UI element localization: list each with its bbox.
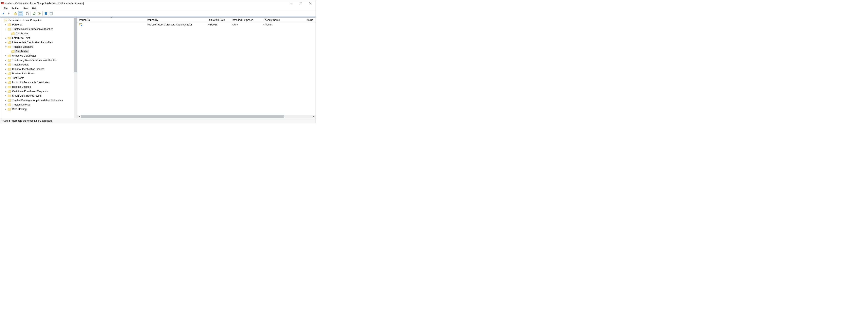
tree-node[interactable]: Web Hosting — [1, 107, 74, 111]
copy-button[interactable] — [25, 11, 30, 16]
tree-node[interactable]: Smart Card Trusted Roots — [1, 94, 74, 98]
tree-node[interactable]: Local NonRemovable Certificates — [1, 80, 74, 85]
tree-node-label: Trusted People — [11, 63, 30, 66]
tree-node[interactable]: Untrusted Certificates — [1, 54, 74, 58]
expand-arrow-icon[interactable] — [4, 28, 7, 30]
scrollbar-thumb[interactable] — [74, 18, 77, 72]
help-button[interactable]: ? — [43, 11, 48, 16]
column-headers: Issued To Issued By Expiration Date Inte… — [78, 18, 315, 23]
expand-arrow-icon[interactable] — [4, 68, 7, 70]
cell-purposes: <All> — [230, 23, 262, 26]
close-button[interactable] — [305, 0, 315, 6]
menu-file[interactable]: File — [1, 7, 9, 10]
tree-node[interactable]: Certificates — [1, 49, 74, 54]
expand-arrow-icon[interactable] — [4, 55, 7, 57]
tree-node[interactable]: Intermediate Certification Authorities — [1, 40, 74, 45]
svg-rect-10 — [27, 13, 29, 15]
export-button[interactable] — [37, 11, 42, 16]
expand-arrow-icon[interactable] — [4, 77, 7, 79]
tree-node[interactable]: Certificates — [1, 31, 74, 36]
forward-button[interactable] — [6, 11, 11, 16]
tree-node[interactable]: Test Roots — [1, 76, 74, 80]
folder-icon — [11, 32, 15, 35]
expand-arrow-icon[interactable] — [4, 81, 7, 84]
menu-action[interactable]: Action — [9, 7, 21, 10]
svg-point-17 — [5, 20, 5, 21]
tree-node-label: Certificates — [15, 32, 29, 35]
tree-vertical-scrollbar[interactable] — [74, 18, 77, 118]
toolbar: ? — [0, 11, 315, 16]
tree-node-label: Trusted Root Certification Authorities — [11, 28, 54, 31]
expand-arrow-icon[interactable] — [4, 108, 7, 110]
scrollbar-thumb[interactable] — [81, 115, 284, 118]
expand-arrow-icon[interactable] — [4, 46, 7, 48]
maximize-button[interactable] — [296, 0, 305, 6]
folder-icon — [7, 28, 11, 31]
list-horizontal-scrollbar[interactable]: ◂ ▸ — [78, 115, 315, 118]
tree-node[interactable]: Trusted Devices — [1, 102, 74, 107]
expand-arrow-icon[interactable] — [4, 64, 7, 66]
refresh-button[interactable] — [32, 11, 36, 16]
certificates-root-icon — [4, 19, 7, 22]
svg-rect-1 — [2, 3, 4, 4]
expand-arrow-icon[interactable] — [4, 86, 7, 88]
tree-node[interactable]: Personal — [1, 23, 74, 27]
options-button[interactable] — [49, 11, 54, 16]
tree-node[interactable]: Enterprise Trust — [1, 36, 74, 40]
column-issued-to[interactable]: Issued To — [78, 18, 145, 22]
scrollbar-track[interactable] — [81, 115, 312, 118]
tree-node-label: Remote Desktop — [11, 85, 32, 89]
folder-icon — [7, 81, 11, 84]
expand-arrow-icon[interactable] — [4, 95, 7, 97]
menu-view[interactable]: View — [21, 7, 30, 10]
show-hide-tree-button[interactable] — [18, 11, 23, 16]
tree-node[interactable]: Trusted Root Certification Authorities — [1, 27, 74, 31]
back-button[interactable] — [1, 11, 6, 16]
tree-node[interactable]: Remote Desktop — [1, 85, 74, 89]
title-bar: certlm - [Certificates - Local Computer\… — [0, 0, 315, 6]
expand-arrow-icon[interactable] — [4, 90, 7, 92]
expand-arrow-icon[interactable] — [4, 72, 7, 74]
main-split: Certificates - Local Computer PersonalTr… — [0, 18, 315, 118]
folder-icon — [7, 72, 11, 75]
cell-issued-to — [78, 23, 145, 26]
tree-node-label: Web Hosting — [11, 107, 27, 111]
column-intended-purposes[interactable]: Intended Purposes — [230, 18, 262, 22]
column-friendly-name[interactable]: Friendly Name — [262, 18, 304, 22]
expand-arrow-icon[interactable] — [4, 24, 7, 26]
expand-arrow-icon[interactable] — [4, 104, 7, 106]
tree-node[interactable]: Trusted Packaged App Installation Author… — [1, 98, 74, 102]
svg-rect-7 — [20, 12, 22, 15]
expand-arrow-icon[interactable] — [4, 37, 7, 39]
tree-node[interactable]: Client Authentication Issuers — [1, 67, 74, 71]
tree-node[interactable]: Trusted Publishers — [1, 45, 74, 49]
tree-node-label: Enterprise Trust — [11, 36, 31, 40]
menu-help[interactable]: Help — [30, 7, 39, 10]
minimize-button[interactable] — [287, 0, 296, 6]
tree-node-label: Test Roots — [11, 76, 25, 79]
status-text: Trusted Publishers store contains 1 cert… — [1, 120, 53, 122]
up-button[interactable] — [13, 11, 18, 16]
column-status[interactable]: Status — [304, 18, 315, 22]
tree-node[interactable]: Preview Build Roots — [1, 71, 74, 76]
tree-node-label: Personal — [11, 23, 23, 26]
folder-icon — [7, 107, 11, 111]
toolbar-separator — [12, 11, 12, 15]
expand-arrow-icon[interactable] — [4, 59, 7, 61]
expand-arrow-icon[interactable] — [4, 41, 7, 43]
folder-icon — [7, 54, 11, 57]
tree-node[interactable]: Third-Party Root Certification Authoriti… — [1, 58, 74, 62]
tree-node[interactable]: Trusted People — [1, 62, 74, 67]
scroll-right-button[interactable]: ▸ — [312, 115, 315, 118]
certificate-list[interactable]: Microsoft Root Certificate Authority 201… — [78, 23, 315, 115]
tree-node[interactable]: Certificate Enrollment Requests — [1, 89, 74, 94]
scroll-left-button[interactable]: ◂ — [78, 115, 81, 118]
certificate-row[interactable]: Microsoft Root Certificate Authority 201… — [78, 23, 315, 27]
tree-node-label: Preview Build Roots — [11, 72, 35, 75]
expand-arrow-icon[interactable] — [4, 99, 7, 101]
app-icon — [1, 2, 4, 5]
console-tree[interactable]: Certificates - Local Computer PersonalTr… — [0, 18, 74, 118]
column-issued-by[interactable]: Issued By — [145, 18, 206, 22]
column-expiration-date[interactable]: Expiration Date — [206, 18, 230, 22]
tree-root[interactable]: Certificates - Local Computer — [1, 18, 74, 23]
